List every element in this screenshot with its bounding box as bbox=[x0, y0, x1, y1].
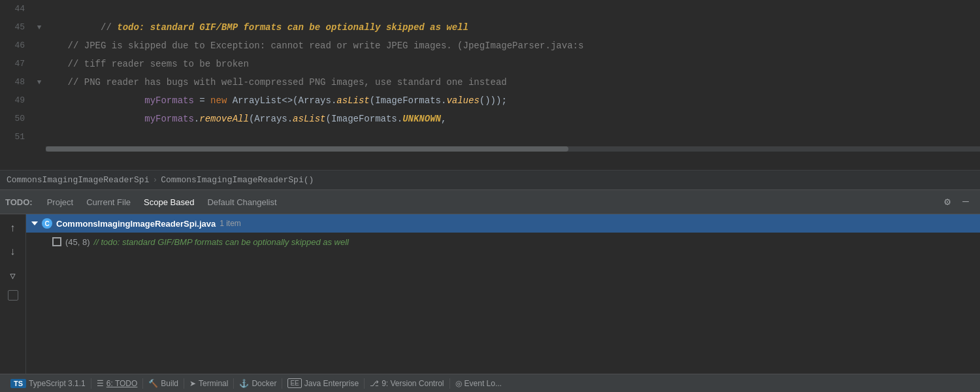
status-bar: TS TypeScript 3.1.1 ☰ 6: TODO 🔨 Build ➤ … bbox=[0, 374, 980, 392]
todo-item-icon bbox=[52, 237, 61, 246]
event-log-label: Event Lo... bbox=[465, 379, 502, 388]
code-lines: 44 45 ▼ // todo: standard GIF/BMP format… bbox=[0, 0, 980, 146]
status-build[interactable]: 🔨 Build bbox=[143, 374, 184, 392]
breadcrumb-bar: CommonsImagingImageReaderSpi › CommonsIm… bbox=[0, 170, 980, 189]
list-icon: ☰ bbox=[97, 379, 104, 388]
file-name: CommonsImagingImageReaderSpi.java bbox=[56, 219, 216, 229]
status-event-log[interactable]: ◎ Event Lo... bbox=[450, 374, 507, 392]
todo-file-item[interactable]: C CommonsImagingImageReaderSpi.java 1 it… bbox=[26, 214, 980, 233]
line-number-50: 50 bbox=[0, 110, 33, 128]
status-docker[interactable]: ⚓ Docker bbox=[234, 374, 282, 392]
event-icon: ◎ bbox=[455, 379, 462, 388]
line-gutter-45: ▼ bbox=[33, 18, 46, 37]
tab-default-changelist[interactable]: Default Changelist bbox=[201, 195, 283, 210]
line-gutter-48: ▼ bbox=[33, 73, 46, 91]
todo-status-label: 6: TODO bbox=[106, 379, 138, 388]
line-number-47: 47 bbox=[0, 55, 33, 73]
ts-badge: TS bbox=[10, 379, 26, 388]
build-icon: 🔨 bbox=[148, 379, 158, 388]
typescript-label: TypeScript 3.1.1 bbox=[29, 379, 86, 388]
line-number-45: 45 bbox=[0, 18, 33, 37]
status-java-enterprise[interactable]: EE Java Enterprise bbox=[282, 374, 364, 392]
vc-icon: ⎇ bbox=[370, 379, 379, 388]
todo-label: TODO: bbox=[5, 197, 33, 207]
todo-tree-item[interactable]: (45, 8) // todo: standard GIF/BMP format… bbox=[26, 233, 980, 251]
item-count: 1 item bbox=[220, 219, 241, 228]
breadcrumb-part2[interactable]: CommonsImagingImageReaderSpi() bbox=[161, 175, 314, 185]
code-line-45: 45 ▼ // todo: standard GIF/BMP formats c… bbox=[0, 18, 980, 37]
todo-sidebar: ↑ ↓ ▽ bbox=[0, 214, 26, 374]
line-number-44: 44 bbox=[0, 0, 33, 18]
java-badge: EE bbox=[287, 378, 301, 388]
line-number-49: 49 bbox=[0, 91, 33, 110]
line-content-47: // tiff reader seems to be broken bbox=[46, 55, 980, 73]
scroll-thumb[interactable] bbox=[46, 146, 568, 152]
todo-toolbar: TODO: Project Current File Scope Based D… bbox=[0, 189, 980, 214]
code-line-46: 46 // JPEG is skipped due to Exception: … bbox=[0, 37, 980, 55]
code-line-51: 51 bbox=[0, 128, 980, 146]
settings-icon[interactable]: ⚙ bbox=[938, 193, 956, 211]
tab-current-file[interactable]: Current File bbox=[80, 195, 137, 210]
code-line-47: 47 // tiff reader seems to be broken bbox=[0, 55, 980, 73]
scroll-down-button[interactable]: ↓ bbox=[4, 243, 22, 261]
tab-scope-based[interactable]: Scope Based bbox=[137, 195, 201, 210]
scroll-up-button[interactable]: ↑ bbox=[4, 220, 22, 238]
horizontal-scrollbar[interactable] bbox=[46, 146, 980, 152]
line-content-46: // JPEG is skipped due to Exception: can… bbox=[46, 37, 980, 55]
main-layout: 44 45 ▼ // todo: standard GIF/BMP format… bbox=[0, 0, 980, 392]
todo-panel-row: TODO: Project Current File Scope Based D… bbox=[0, 189, 980, 374]
line-number-48: 48 bbox=[0, 73, 33, 91]
class-icon: C bbox=[42, 218, 52, 229]
terminal-label: Terminal bbox=[199, 379, 228, 388]
stop-button[interactable] bbox=[8, 290, 18, 301]
todo-comment: // todo: standard GIF/BMP formats can be… bbox=[94, 237, 349, 247]
version-control-label: 9: Version Control bbox=[382, 379, 444, 388]
docker-label: Docker bbox=[252, 379, 276, 388]
status-terminal[interactable]: ➤ Terminal bbox=[184, 374, 233, 392]
status-typescript[interactable]: TS TypeScript 3.1.1 bbox=[5, 374, 91, 392]
line-number-51: 51 bbox=[0, 128, 33, 146]
build-label: Build bbox=[161, 379, 178, 388]
expand-icon bbox=[31, 221, 38, 225]
java-enterprise-label: Java Enterprise bbox=[304, 379, 359, 388]
minimize-icon[interactable]: — bbox=[956, 193, 975, 211]
breadcrumb-part1[interactable]: CommonsImagingImageReaderSpi bbox=[7, 175, 149, 185]
status-todo[interactable]: ☰ 6: TODO bbox=[91, 374, 143, 392]
docker-icon: ⚓ bbox=[239, 379, 249, 388]
todo-panel: ↑ ↓ ▽ C CommonsImagingImageReaderSpi.jav… bbox=[0, 214, 980, 374]
breadcrumb-sep: › bbox=[152, 175, 157, 185]
code-editor: 44 45 ▼ // todo: standard GIF/BMP format… bbox=[0, 0, 980, 170]
tab-project[interactable]: Project bbox=[41, 195, 80, 210]
filter-button[interactable]: ▽ bbox=[4, 267, 22, 285]
line-number-46: 46 bbox=[0, 37, 33, 55]
todo-location: (45, 8) bbox=[65, 237, 90, 247]
code-line-50: 50 myFormats.removeAll(Arrays.asList(Ima… bbox=[0, 110, 980, 128]
status-version-control[interactable]: ⎇ 9: Version Control bbox=[365, 374, 449, 392]
todo-content[interactable]: C CommonsImagingImageReaderSpi.java 1 it… bbox=[26, 214, 980, 374]
terminal-icon: ➤ bbox=[189, 379, 196, 388]
